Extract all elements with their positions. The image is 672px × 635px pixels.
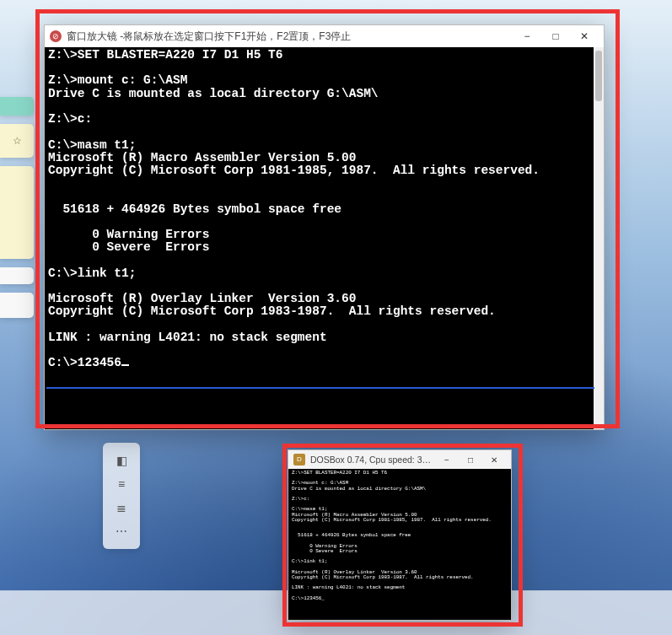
widget-peek xyxy=(0,124,34,158)
window-title: 窗口放大镜 -将鼠标放在选定窗口按下F1开始，F2置顶，F3停止 xyxy=(67,30,513,44)
ellipsis-icon[interactable]: ⋯ xyxy=(110,520,133,542)
dosbox-window[interactable]: D DOSBox 0.74, Cpu speed: 3000 ... − □ ✕… xyxy=(288,449,512,621)
desktop-widget-strip xyxy=(0,97,34,326)
titlebar[interactable]: ⊘ 窗口放大镜 -将鼠标放在选定窗口按下F1开始，F2置顶，F3停止 − □ ✕ xyxy=(45,25,604,47)
widget-peek xyxy=(0,293,34,318)
window-title: DOSBox 0.74, Cpu speed: 3000 ... xyxy=(310,455,435,465)
columns-icon[interactable]: ◧ xyxy=(110,449,133,471)
widget-peek xyxy=(0,166,34,259)
scrollbar-thumb[interactable] xyxy=(595,51,602,101)
maximize-button[interactable]: □ xyxy=(459,450,482,469)
dosbox-icon: D xyxy=(293,454,305,465)
widget-peek xyxy=(0,97,34,116)
rows-icon[interactable]: ≡ xyxy=(110,473,133,495)
widget-peek xyxy=(0,267,34,284)
dosbox-terminal-output: Z:\>SET BLASTER=A220 I7 D1 H5 T6 Z:\>mou… xyxy=(288,469,511,620)
app-icon: ⊘ xyxy=(50,30,62,42)
titlebar[interactable]: D DOSBox 0.74, Cpu speed: 3000 ... − □ ✕ xyxy=(288,450,511,469)
vertical-scrollbar[interactable] xyxy=(594,47,604,429)
minimize-button[interactable]: − xyxy=(513,25,541,47)
magnifier-window[interactable]: ⊘ 窗口放大镜 -将鼠标放在选定窗口按下F1开始，F2置顶，F3停止 − □ ✕… xyxy=(44,24,605,430)
floating-toolbar: ◧ ≡ ≣ ⋯ xyxy=(103,443,140,549)
maximize-button[interactable]: □ xyxy=(541,25,570,47)
list-icon[interactable]: ≣ xyxy=(110,497,133,519)
highlight-line xyxy=(46,387,594,389)
close-button[interactable]: ✕ xyxy=(570,25,599,47)
close-button[interactable]: ✕ xyxy=(482,450,506,469)
minimize-button[interactable]: − xyxy=(435,450,459,469)
magnified-terminal-output: Z:\>SET BLASTER=A220 I7 D1 H5 T6 Z:\>mou… xyxy=(45,47,604,429)
